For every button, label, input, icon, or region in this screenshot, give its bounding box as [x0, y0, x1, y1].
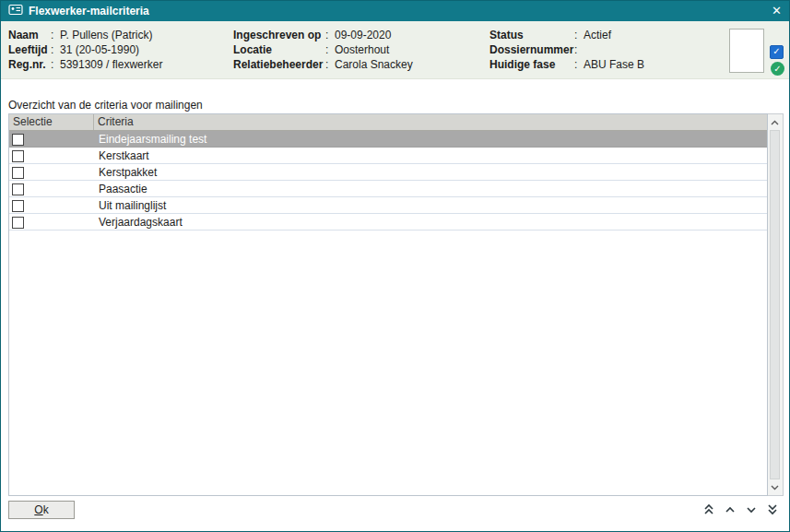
field-colon: : — [574, 42, 584, 57]
criteria-table-area: Selectie Criteria Eindejaarsmailing test… — [8, 113, 784, 496]
table-row[interactable]: Kerstkaart — [9, 148, 767, 164]
scroll-up-button[interactable] — [768, 115, 782, 129]
scroll-first-icon[interactable] — [701, 502, 716, 517]
field-label: Dossiernummer — [489, 42, 574, 57]
field-locatie: Locatie : Oosterhout — [233, 42, 413, 57]
field-label: Leeftijd — [8, 42, 51, 57]
photo-placeholder — [729, 29, 764, 73]
window-title: Flexwerker-mailcriteria — [29, 5, 149, 18]
ok-button[interactable]: Ok — [8, 501, 75, 519]
field-label: Status — [489, 28, 574, 42]
field-value: 5391309 / flexwerker — [60, 57, 162, 72]
field-value: Actief — [584, 28, 611, 42]
criteria-table: Selectie Criteria Eindejaarsmailing test… — [8, 113, 768, 496]
field-colon: : — [574, 57, 584, 72]
row-checkbox[interactable] — [12, 200, 24, 212]
field-label: Huidige fase — [489, 57, 574, 72]
ok-button-accesskey: O — [34, 503, 42, 516]
overview-label: Overzicht van de criteria voor mailingen — [8, 99, 203, 112]
scroll-last-icon[interactable] — [764, 502, 780, 517]
scroll-next-icon[interactable] — [743, 502, 759, 517]
selectie-cell — [9, 182, 94, 195]
field-dossiernummer: Dossiernummer : — [489, 42, 644, 57]
flexwerker-mailcriteria-dialog: Flexwerker-mailcriteria ✕ Naam : P. Pull… — [0, 0, 790, 532]
field-colon: : — [51, 57, 60, 72]
table-row[interactable]: Kerstpakket — [9, 164, 767, 181]
field-label: Locatie — [233, 42, 325, 57]
table-row[interactable]: Verjaardagskaart — [9, 214, 767, 231]
field-huidige-fase: Huidige fase : ABU Fase B — [489, 57, 644, 72]
field-colon: : — [325, 42, 335, 57]
selectie-cell — [9, 132, 94, 145]
field-colon: : — [574, 28, 584, 42]
table-row[interactable]: Eindejaarsmailing test — [9, 131, 767, 148]
title-bar: Flexwerker-mailcriteria ✕ — [1, 1, 789, 21]
column-header-criteria: Criteria — [94, 114, 767, 130]
field-label: Reg.nr. — [8, 57, 51, 72]
vertical-scrollbar[interactable] — [768, 113, 784, 496]
column-header-selectie: Selectie — [9, 114, 94, 130]
field-naam: Naam : P. Pullens (Patrick) — [8, 28, 162, 42]
criteria-cell: Kerstkaart — [94, 149, 767, 162]
field-label: Relatiebeheerder — [233, 57, 325, 72]
selectie-cell — [9, 148, 94, 161]
row-checkbox[interactable] — [12, 167, 24, 179]
field-colon: : — [51, 42, 60, 57]
field-regnr: Reg.nr. : 5391309 / flexwerker — [8, 57, 162, 72]
field-value: 09-09-2020 — [335, 28, 391, 42]
field-value: 31 (20-05-1990) — [60, 42, 139, 57]
selectie-cell — [9, 198, 94, 211]
record-navigation — [701, 502, 780, 517]
header-column-2: Ingeschreven op : 09-09-2020 Locatie : O… — [233, 28, 413, 72]
field-status: Status : Actief — [489, 28, 644, 42]
field-label: Ingeschreven op — [233, 28, 325, 42]
criteria-cell: Paasactie — [94, 183, 767, 195]
field-value: Carola Snackey — [335, 57, 413, 72]
field-value: P. Pullens (Patrick) — [60, 28, 152, 42]
green-check-status-icon: ✓ — [771, 62, 784, 76]
criteria-cell: Eindejaarsmailing test — [94, 133, 767, 146]
scroll-down-button[interactable] — [768, 480, 782, 494]
table-header-row: Selectie Criteria — [9, 114, 767, 131]
criteria-cell: Verjaardagskaart — [94, 216, 767, 229]
field-colon: : — [325, 57, 335, 72]
row-checkbox[interactable] — [12, 134, 24, 146]
ok-button-label-rest: k — [43, 503, 49, 516]
field-colon: : — [325, 28, 335, 42]
header-column-3: Status : Actief Dossiernummer : Huidige … — [489, 28, 644, 72]
table-row[interactable]: Paasactie — [9, 181, 767, 197]
field-colon: : — [51, 28, 60, 42]
scrollbar-thumb[interactable] — [770, 130, 780, 479]
scroll-prev-icon[interactable] — [722, 502, 737, 517]
table-row[interactable]: Uit mailinglijst — [9, 197, 767, 214]
header-column-1: Naam : P. Pullens (Patrick) Leeftijd : 3… — [8, 28, 162, 72]
field-leeftijd: Leeftijd : 31 (20-05-1990) — [8, 42, 162, 57]
field-value: ABU Fase B — [584, 57, 644, 72]
row-checkbox[interactable] — [12, 150, 24, 162]
field-ingeschreven-op: Ingeschreven op : 09-09-2020 — [233, 28, 413, 42]
person-info-header: Naam : P. Pullens (Patrick) Leeftijd : 3… — [1, 21, 789, 79]
criteria-cell: Uit mailinglijst — [94, 199, 767, 212]
row-checkbox[interactable] — [12, 217, 24, 229]
row-checkbox[interactable] — [12, 183, 24, 195]
selectie-cell — [9, 215, 94, 228]
field-label: Naam — [8, 28, 51, 42]
field-value: Oosterhout — [335, 42, 389, 57]
close-icon[interactable]: ✕ — [772, 1, 782, 21]
field-relatiebeheerder: Relatiebeheerder : Carola Snackey — [233, 57, 413, 72]
criteria-cell: Kerstpakket — [94, 166, 767, 179]
header-checked-checkbox[interactable]: ✓ — [770, 45, 784, 59]
id-card-icon — [8, 4, 23, 18]
selectie-cell — [9, 165, 94, 178]
